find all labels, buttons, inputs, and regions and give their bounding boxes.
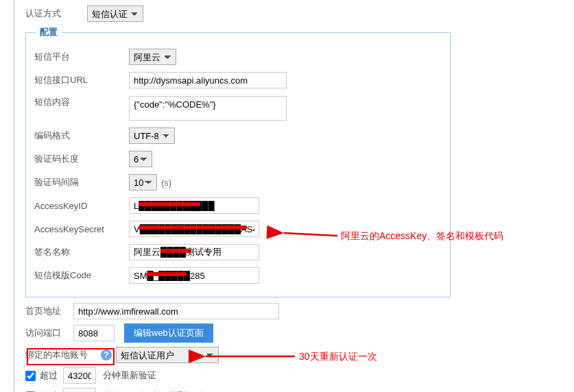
home-url-label: 首页地址: [25, 305, 73, 317]
template-code-input[interactable]: [129, 267, 259, 284]
auth-method-select[interactable]: 短信认证: [87, 5, 143, 22]
code-interval-unit: (s): [161, 177, 171, 188]
sign-name-input[interactable]: [129, 244, 259, 260]
config-legend: 配置: [36, 26, 62, 38]
code-len-label: 验证码长度: [34, 153, 129, 165]
sms-content-textarea[interactable]: {"code":"%CODE%"}: [129, 96, 287, 121]
annotation-box-1: [27, 348, 115, 365]
template-code-label: 短信模版Code: [34, 269, 129, 282]
sms-api-url-label: 短信接口URL: [34, 74, 129, 86]
code-interval-select[interactable]: 10: [129, 174, 157, 191]
accesskeyid-input[interactable]: [129, 197, 259, 214]
port-input[interactable]: [73, 325, 115, 341]
config-fieldset: 配置 短信平台 阿里云 短信接口URL 短信内容 {"code":"%CODE%…: [25, 26, 451, 297]
accesskeysecret-label: AccessKeySecret: [34, 224, 129, 234]
reauth-prefix-1: 超过: [40, 369, 58, 382]
encoding-label: 编码格式: [34, 130, 129, 142]
sms-platform-select[interactable]: 阿里云: [129, 49, 176, 65]
auth-method-label: 认证方式: [25, 8, 87, 20]
sms-content-label: 短信内容: [34, 96, 129, 108]
accesskeyid-label: AccessKeyID: [34, 201, 129, 211]
code-len-select[interactable]: 6: [129, 151, 152, 167]
annotation-text-2: 30天重新认证一次: [299, 351, 377, 363]
code-interval-label: 验证码间隔: [34, 176, 129, 188]
reauth-suffix-1: 分钟重新验证: [103, 369, 156, 382]
reauth-minutes-input[interactable]: [63, 367, 96, 384]
sign-name-label: 签名名称: [34, 246, 129, 258]
idle-reauth-minutes-input[interactable]: [63, 388, 96, 392]
accesskeysecret-input[interactable]: [129, 221, 259, 237]
reauth-minutes-checkbox[interactable]: [25, 371, 36, 381]
bind-account-select[interactable]: 短信认证用户: [116, 347, 219, 363]
encoding-select[interactable]: UTF-8: [129, 127, 175, 144]
annotation-text-1: 阿里云的AccessKey、签名和模板代码: [341, 230, 503, 243]
edit-web-auth-page-button[interactable]: 编辑web认证页面: [124, 323, 213, 343]
sms-platform-label: 短信平台: [34, 51, 129, 63]
port-label: 访问端口: [25, 327, 73, 339]
home-url-input[interactable]: [73, 303, 279, 319]
sms-api-url-input[interactable]: [129, 72, 287, 88]
